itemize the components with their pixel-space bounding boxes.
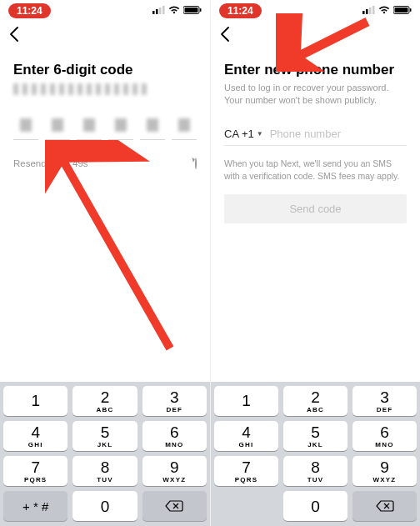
- key-8[interactable]: 8TUV: [283, 456, 348, 486]
- resend-label: Resend code 49s: [13, 158, 88, 168]
- key-0[interactable]: 0: [283, 491, 348, 521]
- back-button[interactable]: [8, 26, 20, 46]
- country-code-selector[interactable]: CA +1 ▼: [224, 128, 263, 140]
- svg-rect-9: [366, 9, 368, 14]
- key-symbols[interactable]: + * #: [3, 491, 68, 521]
- numeric-keypad: 1 2ABC 3DEF 4GHI 5JKL 6MNO 7PQRS 8TUV 9W…: [211, 382, 420, 526]
- phone-number-input[interactable]: Phone number: [270, 128, 341, 140]
- svg-rect-6: [200, 8, 202, 12]
- key-4[interactable]: 4GHI: [214, 421, 278, 451]
- key-8[interactable]: 8TUV: [72, 456, 137, 486]
- svg-rect-8: [362, 11, 365, 14]
- reload-button[interactable]: [195, 158, 197, 168]
- key-0[interactable]: 0: [72, 491, 137, 521]
- time-pill: 11:24: [8, 3, 51, 18]
- left-screen: 11:24 Enter 6-digit code: [0, 0, 210, 526]
- key-2[interactable]: 2ABC: [72, 386, 137, 416]
- svg-rect-5: [185, 8, 198, 13]
- blurred-subtitle: [13, 83, 147, 95]
- key-7[interactable]: 7PQRS: [3, 456, 68, 486]
- status-icons: [152, 5, 202, 17]
- status-bar: 11:24: [211, 0, 420, 22]
- key-3[interactable]: 3DEF: [352, 386, 417, 416]
- svg-rect-3: [162, 6, 165, 14]
- key-4[interactable]: 4GHI: [3, 421, 68, 451]
- key-1[interactable]: 1: [3, 386, 68, 416]
- svg-rect-2: [159, 8, 162, 14]
- reload-icon: [195, 158, 197, 169]
- key-6[interactable]: 6MNO: [352, 421, 417, 451]
- battery-icon: [183, 5, 202, 17]
- svg-rect-11: [372, 6, 375, 14]
- key-blank: [214, 491, 278, 521]
- code-slot-6[interactable]: [172, 115, 197, 140]
- phone-input-row: CA +1 ▼ Phone number: [224, 128, 407, 146]
- status-icons: [362, 5, 412, 17]
- svg-rect-14: [410, 8, 412, 12]
- page-subtitle: Used to log in or recover your password.…: [224, 82, 407, 108]
- key-7[interactable]: 7PQRS: [214, 456, 278, 486]
- key-9[interactable]: 9WXYZ: [352, 456, 417, 486]
- battery-icon: [393, 5, 412, 17]
- svg-rect-10: [369, 8, 372, 14]
- time-pill: 11:24: [219, 3, 262, 18]
- svg-rect-13: [395, 8, 408, 13]
- signal-icon: [152, 5, 165, 17]
- code-input-row: [13, 115, 197, 140]
- resend-row: Resend code 49s: [13, 158, 197, 168]
- code-slot-2[interactable]: [45, 115, 70, 140]
- status-bar: 11:24: [0, 0, 210, 22]
- wifi-icon: [168, 5, 180, 17]
- nav-row: [211, 22, 420, 50]
- page-title: Enter new phone number: [224, 62, 407, 78]
- key-1[interactable]: 1: [214, 386, 278, 416]
- signal-icon: [362, 5, 375, 17]
- resend-timer: 49s: [72, 158, 88, 168]
- wifi-icon: [378, 5, 390, 17]
- backspace-icon: [376, 500, 394, 512]
- key-backspace[interactable]: [352, 491, 417, 521]
- nav-row: [0, 22, 210, 50]
- svg-rect-1: [156, 9, 158, 14]
- key-5[interactable]: 5JKL: [72, 421, 137, 451]
- code-slot-1[interactable]: [13, 115, 38, 140]
- sms-note: When you tap Next, we'll send you an SMS…: [224, 158, 407, 183]
- svg-rect-0: [152, 11, 155, 14]
- key-9[interactable]: 9WXYZ: [142, 456, 207, 486]
- right-content: Enter new phone number Used to log in or…: [211, 50, 420, 382]
- key-3[interactable]: 3DEF: [142, 386, 207, 416]
- page-title: Enter 6-digit code: [13, 62, 197, 78]
- svg-line-7: [60, 155, 170, 348]
- chevron-down-icon: ▼: [257, 130, 263, 138]
- code-slot-5[interactable]: [140, 115, 165, 140]
- back-button[interactable]: [219, 26, 231, 46]
- annotation-arrow-left: [45, 140, 187, 357]
- send-code-button[interactable]: Send code: [224, 194, 407, 223]
- numeric-keypad: 1 2ABC 3DEF 4GHI 5JKL 6MNO 7PQRS 8TUV 9W…: [0, 382, 210, 526]
- key-2[interactable]: 2ABC: [283, 386, 348, 416]
- right-screen: 11:24 Enter new phone number Used to log…: [210, 0, 420, 526]
- key-5[interactable]: 5JKL: [283, 421, 348, 451]
- left-content: Enter 6-digit code Resend code 49s: [0, 50, 210, 382]
- code-slot-3[interactable]: [77, 115, 102, 140]
- backspace-icon: [165, 500, 183, 512]
- code-slot-4[interactable]: [108, 115, 133, 140]
- key-backspace[interactable]: [142, 491, 207, 521]
- key-6[interactable]: 6MNO: [142, 421, 207, 451]
